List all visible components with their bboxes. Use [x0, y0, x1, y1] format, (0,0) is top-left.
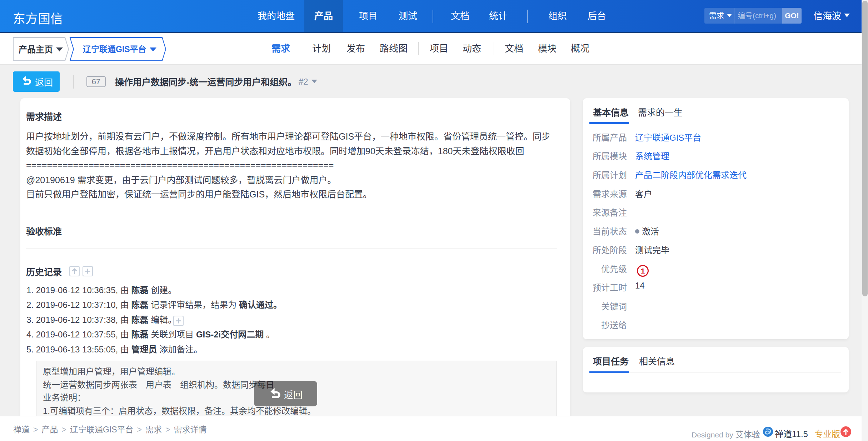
svg-text:辽宁联通GIS平台: 辽宁联通GIS平台 — [83, 45, 146, 54]
svg-text:产品主页: 产品主页 — [19, 45, 53, 54]
